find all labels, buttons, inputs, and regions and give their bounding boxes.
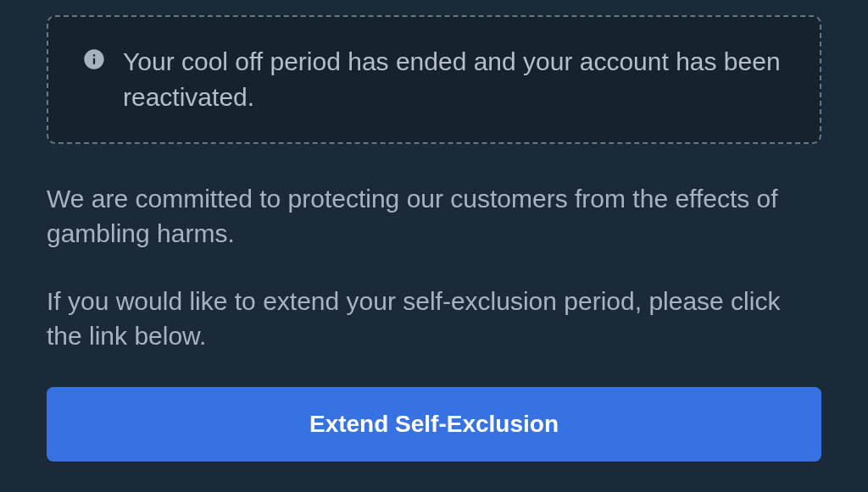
extend-self-exclusion-button[interactable]: Extend Self-Exclusion [47,387,821,462]
notice-message: Your cool off period has ended and your … [123,44,786,115]
info-icon [82,47,106,71]
instruction-text: If you would like to extend your self-ex… [47,285,821,353]
notice-box: Your cool off period has ended and your … [47,15,821,144]
commitment-text: We are committed to protecting our custo… [47,182,821,251]
